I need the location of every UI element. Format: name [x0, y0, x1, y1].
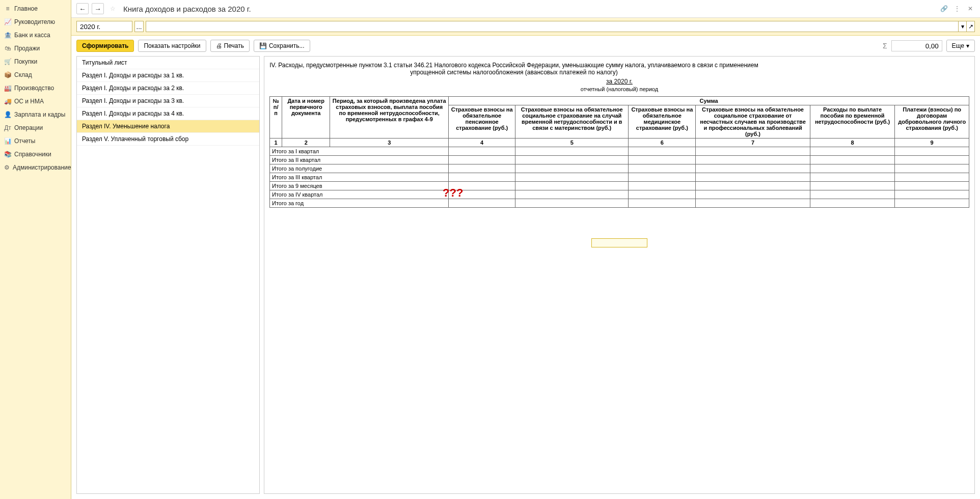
- table-cell[interactable]: [449, 156, 515, 164]
- table-cell[interactable]: [449, 164, 515, 173]
- table-cell[interactable]: [515, 164, 629, 173]
- table-cell[interactable]: [696, 190, 810, 199]
- disk-icon: 💾: [259, 42, 267, 49]
- table-cell[interactable]: [515, 147, 629, 156]
- star-icon[interactable]: ☆: [107, 3, 118, 14]
- sidebar-item-assets[interactable]: 🚚ОС и НМА: [0, 95, 71, 108]
- table-cell[interactable]: [629, 182, 696, 190]
- table-cell[interactable]: [629, 173, 696, 182]
- row-label[interactable]: Итого за год: [270, 199, 449, 208]
- print-button[interactable]: 🖨Печать: [210, 40, 250, 52]
- table-cell[interactable]: [629, 199, 696, 208]
- table-cell[interactable]: [810, 190, 895, 199]
- table-cell[interactable]: [810, 182, 895, 190]
- back-button[interactable]: ←: [76, 3, 89, 14]
- report-subtitle: отчетный (налоговый) период: [269, 86, 969, 92]
- sidebar-item-references[interactable]: 📚Справочники: [0, 148, 71, 161]
- table-cell[interactable]: [449, 173, 515, 182]
- table-cell[interactable]: [629, 164, 696, 173]
- table-cell[interactable]: [629, 156, 696, 164]
- sidebar-item-production[interactable]: 🏭Производство: [0, 81, 71, 95]
- colnum-9: 9: [895, 138, 969, 147]
- link-icon[interactable]: 🔗: [939, 4, 948, 13]
- sidebar-item-main[interactable]: ≡Главное: [0, 2, 71, 15]
- row-label[interactable]: Итого за III квартал: [270, 173, 449, 182]
- bank-icon: 🏦: [4, 32, 11, 39]
- table-row: Итого за II квартал: [270, 156, 969, 164]
- sidebar-item-sales[interactable]: 🛍Продажи: [0, 42, 71, 55]
- sum-field[interactable]: [891, 40, 942, 51]
- sidebar-item-operations[interactable]: ДтОперации: [0, 121, 71, 134]
- table-cell[interactable]: [515, 156, 629, 164]
- bag-icon: 🛍: [4, 45, 11, 52]
- table-cell[interactable]: [810, 147, 895, 156]
- period-picker-button[interactable]: ...: [134, 21, 144, 32]
- col-9: Платежи (взносы) по договорам добровольн…: [895, 105, 969, 138]
- table-cell[interactable]: [895, 156, 969, 164]
- menu-icon: ≡: [4, 5, 11, 12]
- sidebar-item-reports[interactable]: 📊Отчеты: [0, 134, 71, 148]
- table-cell[interactable]: [696, 164, 810, 173]
- sidebar-item-purchases[interactable]: 🛒Покупки: [0, 55, 71, 68]
- organization-field[interactable]: ▾ ↗: [146, 21, 975, 32]
- table-cell[interactable]: [895, 164, 969, 173]
- section-iv[interactable]: Раздел IV. Уменьшение налога: [77, 120, 259, 133]
- table-cell[interactable]: [810, 164, 895, 173]
- col-4: Страховые взносы на обязательное пенсион…: [449, 105, 515, 138]
- table-cell[interactable]: [895, 147, 969, 156]
- report-title: IV. Расходы, предусмотренные пунктом 3.1…: [269, 62, 758, 76]
- table-cell[interactable]: [515, 199, 629, 208]
- table-cell[interactable]: [515, 182, 629, 190]
- table-cell[interactable]: [515, 190, 629, 199]
- organization-input[interactable]: [146, 21, 958, 32]
- col-5: Страховые взносы на обязательное социаль…: [515, 105, 629, 138]
- row-label[interactable]: Итого за 9 месяцев: [270, 182, 449, 190]
- row-label[interactable]: Итого за II квартал: [270, 156, 449, 164]
- sidebar-item-warehouse[interactable]: 📦Склад: [0, 68, 71, 81]
- section-q1[interactable]: Раздел I. Доходы и расходы за 1 кв.: [77, 69, 259, 82]
- save-button[interactable]: 💾Сохранить...: [254, 40, 310, 52]
- open-icon[interactable]: ↗: [966, 21, 974, 32]
- report-body: IV. Расходы, предусмотренные пунктом 3.1…: [269, 62, 969, 247]
- table-cell[interactable]: [696, 173, 810, 182]
- more-icon[interactable]: ⋮: [952, 4, 962, 13]
- row-label[interactable]: Итого за полугодие: [270, 164, 449, 173]
- table-cell[interactable]: [696, 199, 810, 208]
- row-label[interactable]: Итого за IV квартал: [270, 190, 449, 199]
- forward-button[interactable]: →: [92, 3, 104, 14]
- table-cell[interactable]: [696, 156, 810, 164]
- table-cell[interactable]: [810, 199, 895, 208]
- show-settings-button[interactable]: Показать настройки: [138, 40, 206, 52]
- colnum-4: 4: [449, 138, 515, 147]
- table-cell[interactable]: [629, 190, 696, 199]
- row-label[interactable]: Итого за I квартал: [270, 147, 449, 156]
- table-cell[interactable]: [895, 190, 969, 199]
- section-v[interactable]: Раздел V. Уплаченный торговый сбор: [77, 133, 259, 146]
- sidebar-item-manager[interactable]: 📈Руководителю: [0, 15, 71, 29]
- colnum-8: 8: [810, 138, 895, 147]
- sidebar-item-admin[interactable]: ⚙Администрирование: [0, 161, 71, 174]
- close-icon[interactable]: ✕: [966, 4, 975, 13]
- table-cell[interactable]: [810, 156, 895, 164]
- generate-button[interactable]: Сформировать: [76, 40, 134, 52]
- more-button[interactable]: Еще ▾: [946, 40, 975, 52]
- table-cell[interactable]: [696, 182, 810, 190]
- col-period: Период, за который произведена уплата ст…: [330, 97, 449, 138]
- table-cell[interactable]: [515, 173, 629, 182]
- dropdown-icon[interactable]: ▾: [958, 21, 966, 32]
- table-cell[interactable]: [895, 199, 969, 208]
- table-cell[interactable]: [895, 182, 969, 190]
- section-q4[interactable]: Раздел I. Доходы и расходы за 4 кв.: [77, 107, 259, 120]
- table-cell[interactable]: [449, 147, 515, 156]
- section-q2[interactable]: Раздел I. Доходы и расходы за 2 кв.: [77, 82, 259, 95]
- table-cell[interactable]: [810, 173, 895, 182]
- table-cell[interactable]: [449, 199, 515, 208]
- sidebar-item-salary[interactable]: 👤Зарплата и кадры: [0, 108, 71, 121]
- table-cell[interactable]: [696, 147, 810, 156]
- table-cell[interactable]: [629, 147, 696, 156]
- table-cell[interactable]: [895, 173, 969, 182]
- section-title-page[interactable]: Титульный лист: [77, 57, 259, 69]
- section-q3[interactable]: Раздел I. Доходы и расходы за 3 кв.: [77, 95, 259, 107]
- sidebar-item-bank[interactable]: 🏦Банк и касса: [0, 29, 71, 42]
- period-input[interactable]: [76, 21, 132, 32]
